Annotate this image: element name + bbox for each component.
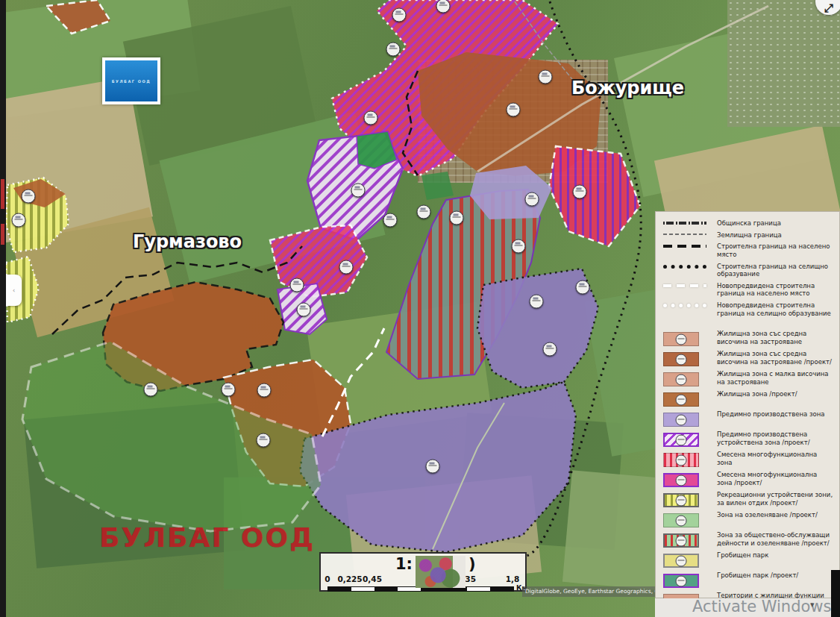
legend-zone-item: Предимно производствена устройствена зон… — [663, 430, 833, 447]
zone-badge — [22, 190, 36, 204]
legend-label: Строителна граница на населено място — [711, 242, 833, 258]
bulbag-logo-text: БУЛБАГ ООД — [112, 79, 151, 84]
zone-badge — [257, 383, 272, 398]
legend-label: Гробищен парк /проект/ — [711, 571, 798, 580]
legend-swatch — [663, 513, 699, 527]
zone-badge — [450, 211, 464, 225]
bulbag-logo: БУЛБАГ ООД — [102, 57, 160, 104]
zone-badge — [386, 43, 401, 57]
legend-label: Зона на озеленяване /проект/ — [711, 511, 818, 519]
chevron-left-icon: ‹ — [13, 286, 16, 294]
zone-badge — [543, 342, 557, 357]
legend-swatch — [663, 473, 699, 487]
scale-ratio-text: 1: — [395, 555, 413, 573]
zone-badge — [426, 460, 440, 474]
scale-bar: 1: ) 0 0,225 0,45 1,35 1,8 Км — [319, 552, 527, 592]
legend-label: Предимно производствена устройствена зон… — [711, 430, 833, 446]
black-dotted-line-symbol — [663, 265, 711, 269]
legend-label: Землищна граница — [711, 231, 782, 239]
legend-swatch — [663, 392, 699, 407]
legend-label: Общинска граница — [711, 219, 781, 228]
imagery-attribution: DigitalGlobe, GeoEye, Earthstar Geograph… — [522, 586, 655, 597]
window-right-edge — [831, 570, 840, 617]
zone-badge — [364, 111, 378, 125]
window-left-edge — [0, 0, 6, 617]
zone-badge — [417, 205, 431, 219]
zone-badge — [12, 213, 26, 228]
legend-label: Жилищна зона /проект/ — [711, 390, 797, 398]
zone-badge — [144, 383, 158, 397]
legend-zone-item: Смесена многофункционална зона — [663, 451, 833, 467]
zone-badge — [222, 383, 236, 397]
map-thumbnail — [416, 556, 466, 588]
legend-swatch — [663, 372, 699, 386]
white-dashed-line-symbol — [663, 284, 711, 287]
legend-zone-item: Гробищен парк /проект/ — [663, 571, 833, 588]
chevron-down-icon[interactable]: ▾ — [810, 600, 815, 610]
zone-badge — [539, 70, 553, 84]
scale-ratio-suffix: ) — [468, 555, 476, 573]
legend-label: Смесена многофункционална зона — [711, 451, 833, 466]
zone-badge — [351, 184, 366, 198]
zone-badge — [297, 303, 311, 317]
legend-zone-item: Жилищна зона /проект/ — [663, 390, 833, 407]
legend-line-item: Строителна граница на селищно образувани… — [663, 263, 833, 278]
legend-zone-item: Предимно производствена зона — [663, 410, 833, 427]
legend-swatch — [663, 413, 699, 427]
legend-panel: Общинска граница Землищна граница Строит… — [655, 211, 840, 598]
zone-badge — [512, 239, 526, 254]
legend-zone-item: Жилищна зона с малка височина на застроя… — [663, 370, 833, 386]
legend-zone-item: Рекреационни устройствени зони, за вилен… — [663, 491, 833, 507]
legend-zone-item: Смесена многофункционална зона /проект/ — [663, 471, 833, 487]
legend-line-item: Общинска граница — [663, 219, 833, 228]
legend-zone-item: Гробищен парк — [663, 551, 833, 568]
legend-line-item: Новопредвидена строителна граница на нас… — [663, 282, 833, 298]
legend-swatch — [663, 433, 699, 447]
zone-badge — [383, 213, 398, 228]
legend-zone-item: Зона за обществено-обслужващи дейности и… — [663, 531, 833, 548]
legend-swatch — [663, 554, 699, 568]
legend-swatch — [663, 574, 699, 588]
town-label-bozhurishte: Божурище — [571, 78, 684, 98]
black-dashed-line-symbol — [663, 245, 711, 248]
legend-swatch — [663, 453, 699, 467]
scale-tick: 1,8 — [506, 574, 520, 583]
scale-tick: 0 — [325, 574, 330, 583]
zone-badge — [576, 281, 590, 295]
legend-swatch — [663, 332, 699, 346]
legend-line-item: Новопредвидена строителна граница на сел… — [663, 301, 833, 317]
legend-label: Гробищен парк — [711, 551, 768, 560]
legend-label: Смесена многофункционална зона /проект/ — [711, 471, 833, 486]
municipal-boundary-line-symbol — [663, 222, 711, 225]
scale-tick: 0,45 — [363, 574, 382, 583]
legend-swatch — [663, 533, 699, 548]
legend-label: Строителна граница на селищно образувани… — [711, 263, 833, 278]
map-viewer[interactable]: Божурище Гурмазово БУЛБАГ ООД БУЛБАГ ООД… — [0, 0, 840, 617]
legend-label: Новопредвидена строителна граница на сел… — [711, 301, 833, 317]
legend-zone-item: Зона на озеленяване /проект/ — [663, 511, 833, 527]
legend-swatch — [663, 493, 699, 507]
zone-badge — [525, 192, 539, 207]
white-dotted-line-symbol — [663, 304, 711, 307]
legend-zone-item: Жилищна зона със средна височина на заст… — [663, 350, 833, 366]
legend-zone-item: Жилищна зона със средна височина на заст… — [663, 330, 833, 346]
zone-badge — [339, 260, 354, 275]
zone-badge — [507, 103, 521, 117]
legend-label: Жилищна зона с малка височина на застроя… — [711, 370, 833, 386]
legend-label: Новопредвидена строителна граница на нас… — [711, 282, 833, 298]
legend-label: Зона за обществено-обслужващи дейности и… — [711, 531, 833, 547]
expand-icon: ⤢ — [824, 1, 833, 15]
scale-tick: 0,225 — [337, 574, 362, 583]
legend-label: Предимно производствена зона — [711, 410, 824, 419]
town-label-gurmazovo: Гурмазово — [133, 231, 242, 252]
land-boundary-line-symbol — [663, 234, 711, 235]
bulbag-watermark-text: БУЛБАГ ООД — [99, 522, 315, 553]
legend-line-item: Строителна граница на населено място — [663, 242, 833, 258]
zone-badge — [530, 295, 544, 309]
zone-badge — [392, 8, 407, 22]
legend-label: Рекреационни устройствени зони, за вилен… — [711, 491, 833, 507]
zone-badge — [290, 278, 304, 292]
legend-line-item: Землищна граница — [663, 231, 833, 239]
sidebar-collapse-handle[interactable]: ‹ — [6, 275, 22, 306]
legend-label: Жилищна зона със средна височина на заст… — [711, 350, 833, 366]
